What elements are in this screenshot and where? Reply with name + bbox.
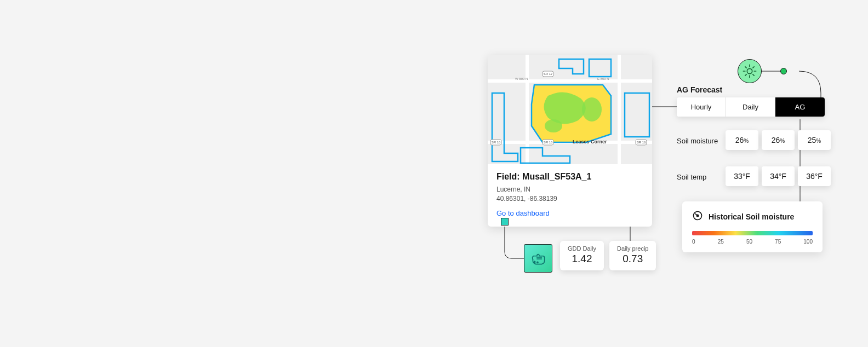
field-title: Field: Musall_SF53A_1 bbox=[496, 172, 643, 182]
daily-precip-metric: Daily precip 0.73 bbox=[609, 241, 656, 270]
map-label-leases-corner: Leases Corner bbox=[573, 139, 607, 144]
svg-text:SR 16: SR 16 bbox=[544, 141, 553, 144]
precip-value: 0.73 bbox=[617, 253, 648, 265]
svg-line-24 bbox=[745, 67, 746, 68]
soil-moisture-val-1: 26% bbox=[726, 130, 758, 150]
svg-text:E 800 N: E 800 N bbox=[597, 77, 609, 80]
historical-title: Historical Soil moisture bbox=[709, 212, 794, 221]
svg-point-6 bbox=[545, 119, 562, 132]
svg-point-29 bbox=[696, 215, 698, 216]
soil-temp-val-2: 34°F bbox=[762, 166, 795, 186]
forecast-tabs: Hourly Daily AG bbox=[677, 97, 825, 117]
gdd-daily-metric: GDD Daily 1.42 bbox=[560, 241, 604, 270]
gauge-icon bbox=[692, 210, 703, 223]
soil-moisture-val-2: 26% bbox=[762, 130, 795, 150]
precip-label: Daily precip bbox=[617, 245, 648, 252]
soil-moisture-label: Soil moisture bbox=[677, 137, 718, 145]
tab-hourly[interactable]: Hourly bbox=[677, 97, 726, 117]
soil-moisture-values: 26% 26% 25% bbox=[726, 130, 831, 150]
svg-point-17 bbox=[534, 261, 535, 262]
moisture-gradient-legend bbox=[692, 231, 813, 235]
svg-text:W 800 N: W 800 N bbox=[515, 77, 528, 80]
svg-point-18 bbox=[537, 262, 538, 263]
svg-text:SR 16: SR 16 bbox=[492, 141, 501, 144]
soil-temp-label: Soil temp bbox=[677, 173, 706, 181]
svg-line-25 bbox=[753, 74, 754, 76]
soil-sensor-icon bbox=[524, 244, 552, 273]
svg-line-26 bbox=[745, 74, 746, 76]
gdd-label: GDD Daily bbox=[568, 245, 596, 252]
soil-temp-val-3: 36°F bbox=[798, 166, 831, 186]
svg-point-19 bbox=[747, 68, 752, 73]
soil-temp-val-1: 33°F bbox=[726, 166, 758, 186]
svg-point-5 bbox=[582, 97, 602, 122]
tab-ag[interactable]: AG bbox=[775, 97, 825, 117]
soil-temp-values: 33°F 34°F 36°F bbox=[726, 166, 831, 186]
tab-daily[interactable]: Daily bbox=[726, 97, 775, 117]
field-coordinates: 40.86301, -86.38139 bbox=[496, 194, 643, 204]
svg-line-27 bbox=[753, 67, 754, 68]
historical-soil-moisture-panel: Historical Soil moisture 0 25 50 75 100 bbox=[682, 201, 823, 252]
field-location: Lucerne, IN bbox=[496, 185, 643, 194]
connector-dot bbox=[780, 68, 787, 74]
forecast-title: AG Forecast bbox=[677, 85, 722, 94]
svg-text:SR 17: SR 17 bbox=[544, 72, 553, 76]
sun-icon bbox=[738, 59, 762, 83]
soil-moisture-val-3: 25% bbox=[798, 130, 831, 150]
field-map-card: SR 17 SR 16 SR 16 SR 16 Leases Corner W … bbox=[488, 55, 652, 227]
go-to-dashboard-link[interactable]: Go to dashboard bbox=[496, 209, 550, 217]
field-map-image: SR 17 SR 16 SR 16 SR 16 Leases Corner W … bbox=[488, 55, 652, 164]
connector-node bbox=[501, 218, 509, 225]
gdd-value: 1.42 bbox=[568, 253, 596, 265]
svg-text:SR 16: SR 16 bbox=[637, 141, 646, 144]
moisture-scale: 0 25 50 75 100 bbox=[692, 239, 813, 245]
